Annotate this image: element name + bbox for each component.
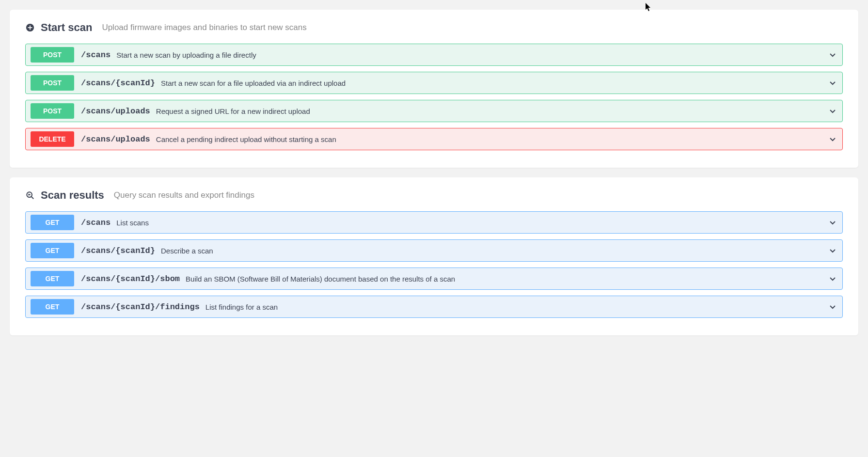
endpoint-description: Build an SBOM (Software Bill of Material… — [186, 275, 823, 283]
endpoint-row[interactable]: POST /scans/uploads Request a signed URL… — [25, 100, 843, 122]
endpoint-description: Request a signed URL for a new indirect … — [156, 107, 823, 115]
endpoint-path: /scans/uploads — [81, 135, 150, 144]
endpoint-row[interactable]: POST /scans/{scanId} Start a new scan fo… — [25, 72, 843, 94]
endpoint-row[interactable]: GET /scans/{scanId}/findings List findin… — [25, 296, 843, 318]
section-header: Scan results Query scan results and expo… — [25, 189, 843, 202]
endpoint-path: /scans/{scanId}/sbom — [81, 274, 180, 284]
endpoint-path: /scans/{scanId} — [81, 246, 155, 255]
magnify-icon — [25, 190, 35, 200]
endpoint-row[interactable]: GET /scans/{scanId}/sbom Build an SBOM (… — [25, 268, 843, 290]
section-description: Upload firmware images and binaries to s… — [102, 23, 306, 32]
chevron-down-icon — [828, 50, 837, 60]
section-title: Start scan — [41, 21, 92, 34]
chevron-down-icon — [828, 302, 837, 312]
endpoint-description: Describe a scan — [161, 247, 823, 255]
section-title: Scan results — [41, 189, 104, 202]
section-header: Start scan Upload firmware images and bi… — [25, 21, 843, 34]
endpoint-path: /scans/{scanId} — [81, 79, 155, 88]
api-section-start-scan: Start scan Upload firmware images and bi… — [10, 10, 858, 168]
endpoint-description: List scans — [116, 219, 823, 227]
method-badge: GET — [31, 243, 74, 258]
endpoint-description: Cancel a pending indirect upload without… — [156, 135, 823, 143]
svg-rect-2 — [28, 27, 32, 28]
endpoint-path: /scans — [81, 218, 110, 227]
chevron-down-icon — [828, 246, 837, 255]
method-badge: DELETE — [31, 131, 74, 147]
endpoint-description: Start a new scan by uploading a file dir… — [116, 51, 823, 59]
section-description: Query scan results and export findings — [114, 190, 254, 200]
endpoint-description: List findings for a scan — [205, 303, 823, 311]
endpoint-path: /scans/uploads — [81, 107, 150, 116]
endpoint-path: /scans/{scanId}/findings — [81, 302, 200, 312]
chevron-down-icon — [828, 106, 837, 116]
endpoint-row[interactable]: POST /scans Start a new scan by uploadin… — [25, 44, 843, 66]
chevron-down-icon — [828, 274, 837, 284]
chevron-down-icon — [828, 218, 837, 227]
method-badge: GET — [31, 299, 74, 315]
chevron-down-icon — [828, 78, 837, 88]
endpoint-description: Start a new scan for a file uploaded via… — [161, 79, 823, 87]
endpoint-path: /scans — [81, 50, 110, 60]
svg-line-4 — [32, 197, 34, 199]
plus-circle-icon — [25, 23, 35, 32]
method-badge: POST — [31, 47, 74, 63]
method-badge: POST — [31, 103, 74, 119]
api-section-scan-results: Scan results Query scan results and expo… — [10, 177, 858, 335]
endpoint-row[interactable]: GET /scans/{scanId} Describe a scan — [25, 239, 843, 262]
method-badge: POST — [31, 75, 74, 91]
method-badge: GET — [31, 215, 74, 230]
method-badge: GET — [31, 271, 74, 286]
chevron-down-icon — [828, 134, 837, 144]
endpoint-row[interactable]: DELETE /scans/uploads Cancel a pending i… — [25, 128, 843, 150]
endpoint-row[interactable]: GET /scans List scans — [25, 211, 843, 234]
